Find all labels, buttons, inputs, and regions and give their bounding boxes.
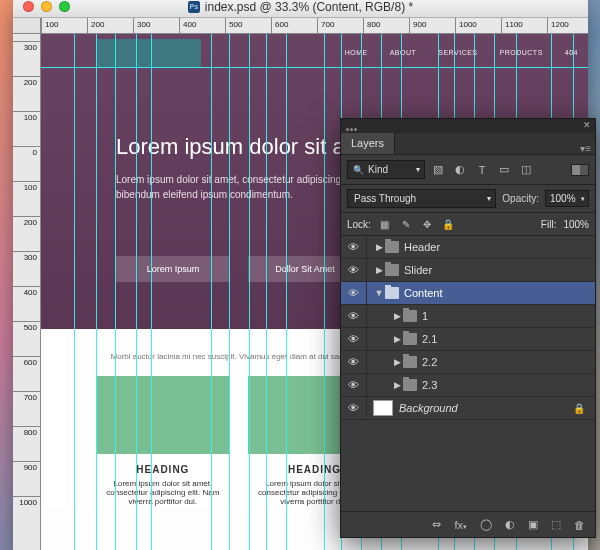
- layer-row-slider[interactable]: 👁▶Slider: [341, 259, 595, 282]
- disclosure-icon[interactable]: ▶: [373, 242, 385, 252]
- layer-row-header[interactable]: 👁▶Header: [341, 236, 595, 259]
- filter-pixel-icon[interactable]: ▧: [429, 161, 447, 179]
- fill-input[interactable]: 100%: [563, 219, 589, 230]
- ruler-tick: 200: [13, 216, 40, 246]
- guide-vertical[interactable]: [249, 34, 250, 550]
- visibility-toggle-icon[interactable]: 👁: [341, 305, 367, 327]
- blend-mode-dropdown[interactable]: Pass Through: [347, 189, 496, 208]
- panel-tabs: Layers ▾≡: [341, 133, 595, 155]
- layer-row-2-1[interactable]: 👁▶2.1: [341, 328, 595, 351]
- visibility-toggle-icon[interactable]: 👁: [341, 236, 367, 258]
- ruler-vertical[interactable]: 4003002001000100200300400500600700800900…: [13, 34, 41, 550]
- ruler-tick: 600: [13, 356, 40, 386]
- guide-vertical[interactable]: [211, 34, 212, 550]
- layer-tree[interactable]: 👁▶Header👁▶Slider👁▼Content👁▶1👁▶2.1👁▶2.2👁▶…: [341, 236, 595, 420]
- guide-vertical[interactable]: [324, 34, 325, 550]
- site-nav: HOMEABOUTSERVICESPRODUCTS404: [345, 49, 578, 56]
- opacity-input[interactable]: 100%: [545, 190, 589, 207]
- panel-menu-icon[interactable]: ▾≡: [580, 143, 591, 154]
- guide-vertical[interactable]: [151, 34, 152, 550]
- lock-all-icon[interactable]: 🔒: [441, 217, 455, 231]
- visibility-toggle-icon[interactable]: 👁: [341, 397, 367, 419]
- layer-row-content[interactable]: 👁▼Content: [341, 282, 595, 305]
- window-titlebar[interactable]: index.psd @ 33.3% (Content, RGB/8) *: [13, 0, 588, 18]
- disclosure-icon[interactable]: ▼: [373, 288, 385, 298]
- site-logo-placeholder: [96, 39, 201, 67]
- folder-icon: [385, 241, 399, 253]
- new-group-icon[interactable]: ▣: [528, 518, 538, 531]
- new-layer-icon[interactable]: ⬚: [551, 518, 561, 531]
- lock-pixels-icon[interactable]: ✎: [399, 217, 413, 231]
- filter-kind-dropdown[interactable]: Kind: [347, 160, 425, 179]
- ruler-tick: 800: [363, 18, 380, 34]
- visibility-toggle-icon[interactable]: 👁: [341, 259, 367, 281]
- ruler-tick: 300: [133, 18, 150, 34]
- lock-label: Lock:: [347, 219, 371, 230]
- disclosure-icon[interactable]: ▶: [391, 334, 403, 344]
- ruler-tick: 1100: [501, 18, 523, 34]
- blend-opacity-row: Pass Through Opacity: 100%: [341, 185, 595, 213]
- guide-vertical[interactable]: [266, 34, 267, 550]
- layers-panel[interactable]: ✕ . Layers ▾≡ Kind ▧ ◐ T ▭ ◫ Pass Throug…: [340, 118, 596, 538]
- filter-toggle[interactable]: [571, 164, 589, 176]
- layer-row-1[interactable]: 👁▶1: [341, 305, 595, 328]
- ruler-tick: 700: [317, 18, 334, 34]
- folder-icon: [385, 264, 399, 276]
- guide-vertical[interactable]: [286, 34, 287, 550]
- filter-type-icon[interactable]: T: [473, 161, 491, 179]
- ruler-tick: 400: [13, 286, 40, 316]
- hero-buttons: Lorem Ipsum Dollor Sit Amet: [116, 256, 362, 282]
- close-panel-icon[interactable]: ✕: [583, 120, 591, 130]
- window-title: index.psd @ 33.3% (Content, RGB/8) *: [13, 0, 588, 14]
- tab-layers[interactable]: Layers: [341, 133, 395, 154]
- delete-layer-icon[interactable]: 🗑: [574, 519, 585, 531]
- disclosure-icon[interactable]: ▶: [391, 380, 403, 390]
- visibility-toggle-icon[interactable]: 👁: [341, 282, 367, 304]
- folder-icon: [403, 310, 417, 322]
- ruler-tick: 200: [87, 18, 104, 34]
- visibility-toggle-icon[interactable]: 👁: [341, 374, 367, 396]
- guide-horizontal[interactable]: [41, 67, 588, 68]
- opacity-label: Opacity:: [502, 193, 539, 204]
- filter-shape-icon[interactable]: ▭: [495, 161, 513, 179]
- disclosure-icon[interactable]: ▶: [391, 311, 403, 321]
- filter-adjust-icon[interactable]: ◐: [451, 161, 469, 179]
- adjustment-layer-icon[interactable]: ◐: [505, 518, 515, 531]
- folder-icon: [403, 356, 417, 368]
- ruler-tick: 300: [13, 41, 40, 71]
- folder-icon: [403, 333, 417, 345]
- layer-row-2-2[interactable]: 👁▶2.2: [341, 351, 595, 374]
- layer-filter-bar: Kind ▧ ◐ T ▭ ◫: [341, 155, 595, 185]
- ruler-tick: 100: [13, 181, 40, 211]
- lock-position-icon[interactable]: ✥: [420, 217, 434, 231]
- ruler-tick: 300: [13, 251, 40, 281]
- disclosure-icon[interactable]: ▶: [391, 357, 403, 367]
- ruler-tick: 500: [13, 321, 40, 351]
- layer-row-2-3[interactable]: 👁▶2.3: [341, 374, 595, 397]
- ruler-tick: 1000: [455, 18, 477, 34]
- ruler-tick: 800: [13, 426, 40, 456]
- panel-header[interactable]: ✕ .: [341, 119, 595, 133]
- guide-vertical[interactable]: [96, 34, 97, 550]
- lock-transparency-icon[interactable]: ▦: [378, 217, 392, 231]
- layer-style-icon[interactable]: fx▾: [454, 519, 467, 531]
- ruler-tick: 700: [13, 391, 40, 421]
- ruler-tick: 400: [13, 34, 40, 36]
- ruler-tick: 200: [13, 76, 40, 106]
- ruler-horizontal[interactable]: 100200300400500600700800900100011001200: [41, 18, 588, 34]
- visibility-toggle-icon[interactable]: 👁: [341, 351, 367, 373]
- ruler-tick: 900: [13, 461, 40, 491]
- layer-row-background[interactable]: 👁Background🔒: [341, 397, 595, 420]
- guide-vertical[interactable]: [136, 34, 137, 550]
- filter-smart-icon[interactable]: ◫: [517, 161, 535, 179]
- link-layers-icon[interactable]: ⇔: [432, 518, 441, 531]
- disclosure-icon[interactable]: ▶: [373, 265, 385, 275]
- ruler-tick: 500: [225, 18, 242, 34]
- guide-vertical[interactable]: [115, 34, 116, 550]
- guide-vertical[interactable]: [74, 34, 75, 550]
- folder-icon: [403, 379, 417, 391]
- guide-vertical[interactable]: [229, 34, 230, 550]
- ruler-origin[interactable]: [13, 18, 41, 34]
- layer-mask-icon[interactable]: ◯: [480, 518, 492, 531]
- visibility-toggle-icon[interactable]: 👁: [341, 328, 367, 350]
